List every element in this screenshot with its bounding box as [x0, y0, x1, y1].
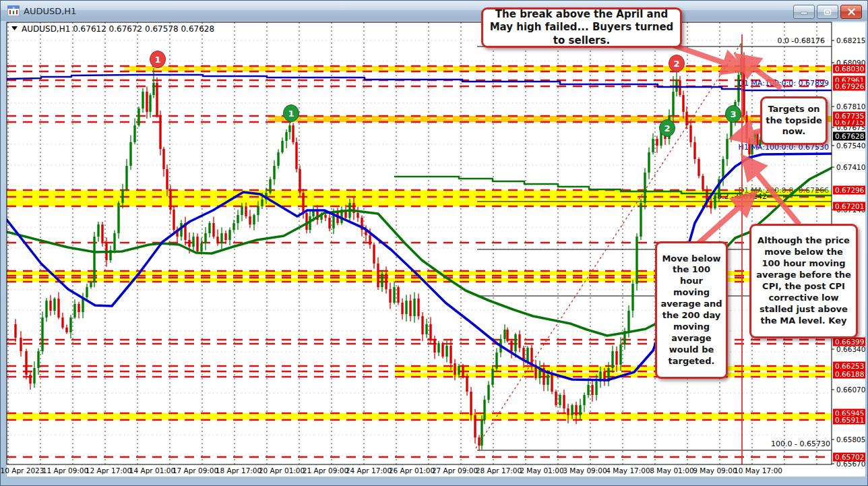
svg-text:0.67926: 0.67926 [835, 82, 865, 90]
svg-text:0.67296: 0.67296 [835, 186, 865, 194]
close-button[interactable] [840, 5, 862, 19]
svg-text:w: w [12, 6, 15, 9]
svg-text:0.66253: 0.66253 [835, 362, 864, 370]
svg-text:24 Apr 17:00: 24 Apr 17:00 [346, 466, 392, 475]
svg-text:D1 MA:100:0:0: 0.67899: D1 MA:100:0:0: 0.67899 [738, 79, 829, 88]
chart-canvas[interactable]: 0.0 -0.6817638.2 - 0.67242100.0 - 0.6573… [1, 21, 868, 486]
title-bar[interactable]: w AUDUSD,H1 [1, 1, 867, 22]
svg-text:28 Apr 17:00: 28 Apr 17:00 [476, 466, 522, 475]
svg-text:0.67201: 0.67201 [835, 202, 864, 210]
svg-text:12 Apr 17:00: 12 Apr 17:00 [86, 466, 131, 475]
svg-text:17 Apr 09:00: 17 Apr 09:00 [173, 466, 218, 475]
svg-text:3: 3 [730, 109, 736, 119]
svg-text:21 Apr 09:00: 21 Apr 09:00 [303, 466, 348, 475]
svg-text:0.66340: 0.66340 [836, 345, 865, 353]
marker-green-3[interactable]: 3 [726, 106, 741, 123]
svg-text:1: 1 [154, 55, 160, 65]
svg-text:10 Apr 2023: 10 Apr 2023 [1, 466, 44, 475]
svg-text:2: 2 [673, 59, 679, 69]
svg-text:2 May 01:00: 2 May 01:00 [520, 466, 563, 475]
svg-text:0.66399: 0.66399 [835, 338, 864, 346]
app-icon: w [7, 5, 20, 16]
svg-text:0.67628: 0.67628 [835, 132, 864, 140]
svg-text:0.68030: 0.68030 [835, 65, 864, 73]
minimize-button[interactable] [793, 5, 815, 19]
svg-text:0.66070: 0.66070 [836, 386, 865, 394]
svg-text:0.0 -0.68176: 0.0 -0.68176 [778, 36, 825, 45]
mt4-window: w AUDUSD,H1 0.0 -0.6817638.2 - 0.6724210… [0, 0, 868, 486]
svg-text:100.0 - 0.65730: 100.0 - 0.65730 [771, 439, 830, 448]
svg-text:2: 2 [664, 123, 670, 133]
chart-client-area: 0.0 -0.6817638.2 - 0.67242100.0 - 0.6573… [1, 21, 868, 486]
window-title: AUDUSD,H1 [24, 6, 76, 16]
svg-text:10 May 17:00: 10 May 17:00 [734, 466, 782, 475]
svg-text:27 Apr 09:00: 27 Apr 09:00 [432, 466, 478, 475]
svg-text:9 May 09:00: 9 May 09:00 [693, 466, 737, 475]
marker-red-2[interactable]: 2 [669, 55, 685, 72]
svg-text:0.67410: 0.67410 [836, 163, 865, 171]
svg-text:0.67810: 0.67810 [836, 102, 865, 111]
maximize-button[interactable] [817, 5, 838, 19]
svg-text:0.65702: 0.65702 [835, 453, 864, 461]
ohlc-readout: AUDUSD,H1 0.67612 0.67672 0.67578 0.6762… [11, 24, 214, 34]
svg-text:0.68215: 0.68215 [836, 36, 865, 44]
svg-text:D1 MA:200:0:0: 0.67266: D1 MA:200:0:0: 0.67266 [738, 186, 829, 195]
svg-text:8 May 01:00: 8 May 01:00 [650, 466, 693, 475]
svg-text:3 May 09:00: 3 May 09:00 [563, 466, 607, 475]
svg-text:AUDUSD,H1 0.67612 0.67672 0.6: AUDUSD,H1 0.67612 0.67672 0.67578 0.6762… [22, 24, 214, 34]
svg-text:0.65911: 0.65911 [835, 416, 864, 424]
svg-text:0.67735: 0.67735 [835, 112, 864, 120]
svg-text:0.67540: 0.67540 [836, 142, 865, 150]
svg-text:1: 1 [288, 109, 294, 119]
marker-red-1[interactable]: 1 [150, 51, 166, 68]
svg-text:18 Apr 17:00: 18 Apr 17:00 [216, 466, 261, 475]
svg-text:H1 MA:100:0:0: 0.67530: H1 MA:100:0:0: 0.67530 [739, 143, 829, 152]
time-axis[interactable]: 10 Apr 202311 Apr 09:0012 Apr 17:0014 Ap… [1, 466, 782, 475]
svg-text:14 Apr 01:00: 14 Apr 01:00 [129, 466, 175, 475]
svg-text:26 Apr 01:00: 26 Apr 01:00 [389, 466, 435, 475]
svg-text:20 Apr 01:00: 20 Apr 01:00 [259, 466, 305, 475]
svg-text:0.65805: 0.65805 [836, 435, 865, 444]
marker-green-2[interactable]: 2 [660, 120, 675, 137]
svg-text:0.66188: 0.66188 [835, 370, 864, 378]
marker-green-1[interactable]: 1 [284, 105, 299, 122]
svg-text:4 May 17:00: 4 May 17:00 [606, 466, 650, 475]
svg-text:11 Apr 09:00: 11 Apr 09:00 [42, 466, 88, 475]
